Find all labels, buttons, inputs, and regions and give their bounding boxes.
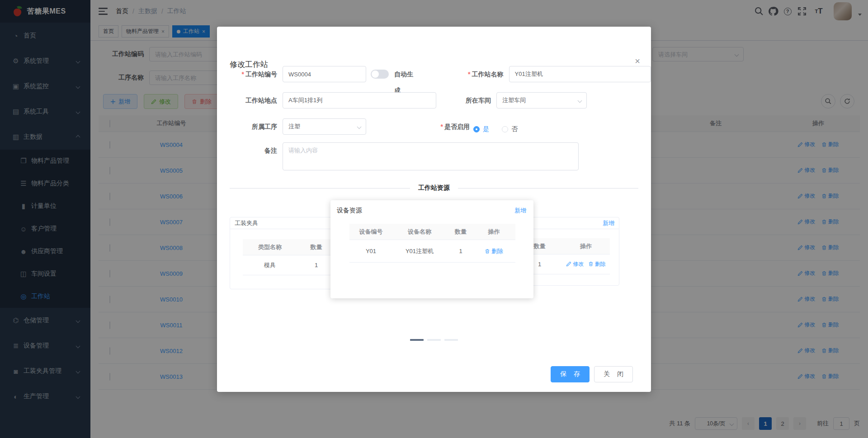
remark-textarea[interactable] [283, 142, 579, 170]
carousel-dash-2[interactable] [427, 339, 441, 341]
other-delete-link[interactable]: 删除 [588, 260, 606, 268]
workshop-dropdown-input[interactable] [496, 92, 587, 108]
fixture-qty-cell: 1 [297, 262, 335, 268]
fixture-card-title: 工装夹具 [235, 219, 258, 227]
section-title: 工作站资源 [217, 184, 651, 192]
trash-icon [485, 249, 490, 254]
equipment-add-link[interactable]: 新增 [514, 207, 526, 215]
field-workshop-label: 所在车间 [436, 92, 491, 108]
equipment-card-title: 设备资源 [337, 207, 362, 215]
code-input[interactable] [283, 66, 366, 82]
auto-generate-toggle[interactable] [371, 70, 389, 79]
process-dropdown-input[interactable] [283, 118, 366, 135]
field-remark-label: 备注 [217, 142, 277, 170]
field-process-label: 所属工序 [217, 118, 277, 135]
other-card-add-link[interactable]: 新增 [603, 219, 614, 227]
equipment-resource-card: 设备资源 新增 设备编号 设备名称 数量 操作 Y01 Y01注塑机 1 删除 [330, 200, 533, 298]
fixture-type-cell: 模具 [243, 261, 297, 269]
fixture-col-qty: 数量 [297, 243, 335, 251]
equip-delete-link[interactable]: 删除 [485, 247, 503, 255]
equip-col-actions: 操作 [475, 228, 513, 236]
field-enabled-label: *是否启用 [366, 118, 470, 135]
equip-name-cell: Y01注塑机 [392, 247, 447, 255]
fixture-col-type: 类型名称 [243, 243, 297, 251]
equip-col-qty: 数量 [447, 228, 475, 236]
other-col-actions: 操作 [561, 242, 611, 250]
save-button[interactable]: 保 存 [551, 366, 590, 382]
location-input[interactable] [283, 92, 436, 108]
name-input[interactable] [509, 66, 651, 82]
carousel-dash-1[interactable] [410, 339, 424, 341]
enabled-no-radio[interactable]: 否 [502, 125, 518, 133]
other-edit-link[interactable]: 修改 [566, 260, 584, 268]
pencil-icon [566, 261, 571, 267]
modal-close-icon[interactable]: × [635, 57, 640, 66]
workshop-dropdown[interactable] [496, 92, 587, 108]
field-location-label: 工作站地点 [217, 92, 277, 108]
enabled-yes-radio[interactable]: 是 [473, 125, 489, 133]
app-root: 苦糖果MES ◔ 首页 ⚙ 系统管理 ▣ 系统监控 ▤ 系统工具 ▥ 主数据 [0, 0, 868, 438]
enabled-radio-group: 是 否 [473, 123, 518, 135]
resource-carousel-indicators [410, 339, 458, 341]
equip-qty-cell: 1 [447, 248, 475, 254]
equip-col-name: 设备名称 [392, 228, 447, 236]
equip-code-cell: Y01 [349, 248, 392, 254]
equip-col-code: 设备编号 [349, 228, 392, 236]
edit-workstation-modal: 修改工作站 × *工作站编号 自动生成 *工作站名称 工作站地点 所在车间 [217, 27, 651, 392]
process-dropdown[interactable] [283, 118, 366, 135]
carousel-dash-3[interactable] [444, 339, 458, 341]
modal-footer: 保 存 关 闭 [551, 366, 633, 382]
trash-icon [588, 261, 594, 267]
close-button[interactable]: 关 闭 [594, 366, 633, 382]
